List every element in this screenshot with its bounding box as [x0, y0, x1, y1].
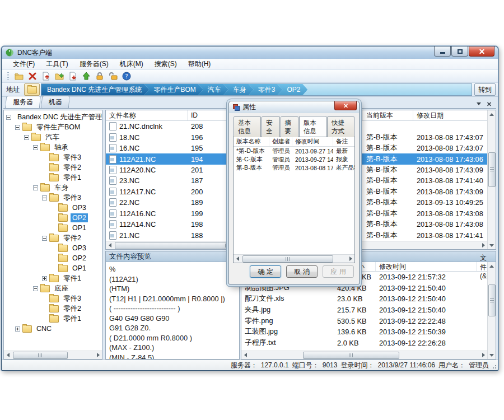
scroll-down-icon[interactable]	[488, 351, 496, 359]
related-row[interactable]: 子程序.txt2.0 KB2013-09-12 22:26:28	[241, 338, 487, 349]
close-button[interactable]	[469, 46, 494, 57]
column-modified-date[interactable]: 修改日期	[413, 110, 487, 120]
breadcrumb-root[interactable]: Bandex DNC 先进生产管理系统	[41, 84, 149, 95]
title-bar[interactable]: DNC客户端	[2, 46, 498, 59]
breadcrumb-part3[interactable]: 零件3	[249, 84, 283, 95]
menu-server[interactable]: 服务器(S)	[74, 58, 114, 70]
tree-item[interactable]: OP3	[4, 203, 102, 213]
column-creator[interactable]: 创建者	[269, 137, 292, 146]
tree-item[interactable]: 零件2	[4, 233, 102, 243]
lock-icon[interactable]	[95, 72, 104, 81]
scroll-thumb[interactable]	[488, 284, 496, 316]
collapse-icon[interactable]	[33, 286, 38, 291]
tree-item[interactable]: OP1	[4, 223, 102, 233]
send-up-icon[interactable]	[81, 72, 91, 81]
tree-item[interactable]: 零件3	[4, 293, 102, 304]
column-note[interactable]: 备注	[333, 137, 354, 146]
scroll-up-icon[interactable]	[488, 110, 496, 118]
resize-grip[interactable]	[491, 363, 497, 369]
dialog-close-button[interactable]	[334, 101, 357, 110]
tree-item-op2-selected[interactable]: OP2	[4, 213, 102, 223]
tree-item-root[interactable]: Bandex DNC 先进生产管理系统	[4, 112, 102, 122]
download-file-icon[interactable]	[68, 72, 77, 81]
collapse-icon[interactable]	[33, 185, 38, 190]
collapse-icon[interactable]	[24, 135, 29, 140]
collapse-icon[interactable]	[42, 236, 47, 241]
tree-item[interactable]: 零件3	[4, 152, 102, 162]
tree-item-bearing[interactable]: 轴承	[4, 142, 102, 152]
tab-close-icon[interactable]	[487, 102, 491, 106]
scroll-right-icon[interactable]	[347, 255, 354, 263]
tree-item[interactable]: 零件3	[4, 193, 102, 203]
collapse-icon[interactable]	[33, 145, 38, 150]
tab-server[interactable]: 服务器	[5, 96, 41, 108]
column-file-name[interactable]: 文件名称	[106, 110, 188, 120]
version-row[interactable]: 第-C-版本管理员2013-09-27 14:...报废	[234, 155, 354, 164]
tab-summary[interactable]: 摘要	[281, 116, 299, 137]
dialog-title-bar[interactable]: 属性	[229, 101, 359, 113]
tree-item[interactable]: OP1	[4, 263, 102, 273]
tree-item-bom[interactable]: 零件生产BOM	[4, 122, 102, 132]
scroll-left-icon[interactable]	[234, 255, 241, 263]
column-mtime[interactable]: 修改时间	[376, 262, 477, 271]
tab-shortcut[interactable]: 快捷方式	[327, 116, 354, 137]
menu-tools[interactable]: 工具(T)	[40, 58, 73, 70]
tree-item-auto[interactable]: 汽车	[4, 132, 102, 142]
tree-item[interactable]: 零件1	[4, 172, 102, 183]
scroll-thumb[interactable]	[303, 352, 399, 359]
menu-file[interactable]: 文件(F)	[7, 58, 40, 70]
collapse-icon[interactable]	[6, 115, 11, 120]
column-modify-time[interactable]: 修改时间	[292, 137, 333, 146]
scroll-left-icon[interactable]	[241, 351, 249, 359]
related-row[interactable]: 配刀文件.xls23.0 KB2013-09-12 21:50:40	[241, 293, 487, 305]
collapse-icon[interactable]	[15, 125, 20, 130]
new-folder-icon[interactable]	[14, 72, 24, 81]
minimize-button[interactable]	[434, 46, 451, 57]
scroll-up-icon[interactable]	[488, 262, 496, 270]
scroll-right-icon[interactable]	[479, 351, 487, 359]
tree-item[interactable]: 零件1	[4, 314, 102, 324]
tree-item[interactable]: 零件2	[4, 162, 102, 172]
tab-security[interactable]: 安全	[262, 116, 280, 137]
receive-folder-icon[interactable]	[54, 72, 64, 81]
related-row[interactable]: 工装图.jpg139.6 KB2013-09-12 21:50:39	[241, 326, 487, 338]
tree-item[interactable]: 零件2	[4, 304, 102, 314]
column-current-version[interactable]: 当前版本	[363, 110, 413, 120]
cancel-button[interactable]: 取 消	[286, 265, 318, 278]
column-id[interactable]: ID	[188, 110, 232, 120]
scroll-right-icon[interactable]	[94, 351, 102, 359]
help-icon[interactable]: ?	[122, 72, 131, 81]
tree-item[interactable]: OP3	[4, 243, 102, 253]
apply-button[interactable]: 应 用	[323, 265, 354, 278]
menu-machine[interactable]: 机床(M)	[114, 58, 149, 70]
scroll-thumb[interactable]	[13, 352, 68, 359]
related-row[interactable]: 零件.png530.5 KB2013-09-12 22:22:48	[241, 315, 487, 326]
scroll-left-icon[interactable]	[4, 351, 12, 359]
address-folder-button[interactable]	[24, 83, 40, 96]
breadcrumb-bom[interactable]: 零件生产BOM	[144, 84, 203, 95]
version-row[interactable]: 第-B-版本管理员2013-08-08 17:...老产品程序	[234, 164, 354, 172]
tab-version-info[interactable]: 版本信息	[299, 116, 326, 137]
tab-menu-icon[interactable]	[477, 102, 481, 105]
scroll-down-icon[interactable]	[488, 241, 496, 249]
scroll-thumb[interactable]	[488, 152, 496, 187]
menu-search[interactable]: 搜索(S)	[149, 58, 183, 70]
tree-item-carbody[interactable]: 车身	[4, 183, 102, 193]
tab-machine[interactable]: 机器	[41, 96, 70, 108]
expand-icon[interactable]	[15, 326, 20, 332]
ok-button[interactable]: 确 定	[250, 265, 281, 278]
collapse-icon[interactable]	[42, 195, 47, 200]
delete-icon[interactable]	[27, 72, 37, 81]
expand-icon[interactable]	[42, 276, 47, 281]
tree-item[interactable]: 零件1	[4, 273, 102, 283]
scroll-right-icon[interactable]	[479, 241, 487, 249]
column-version-name[interactable]: 版本名称	[234, 137, 269, 146]
scroll-left-icon[interactable]	[106, 241, 114, 249]
scroll-thumb[interactable]	[242, 255, 333, 263]
menu-help[interactable]: 帮助(H)	[183, 58, 217, 70]
go-button[interactable]: 转到	[474, 83, 496, 96]
tree-item-cnc[interactable]: CNC	[4, 324, 102, 334]
tree-item[interactable]: OP2	[4, 253, 102, 263]
related-row[interactable]: 夹具.jpg215.7 KB2013-09-12 21:50:40	[241, 305, 487, 316]
tab-basic-info[interactable]: 基本信息	[234, 116, 261, 137]
